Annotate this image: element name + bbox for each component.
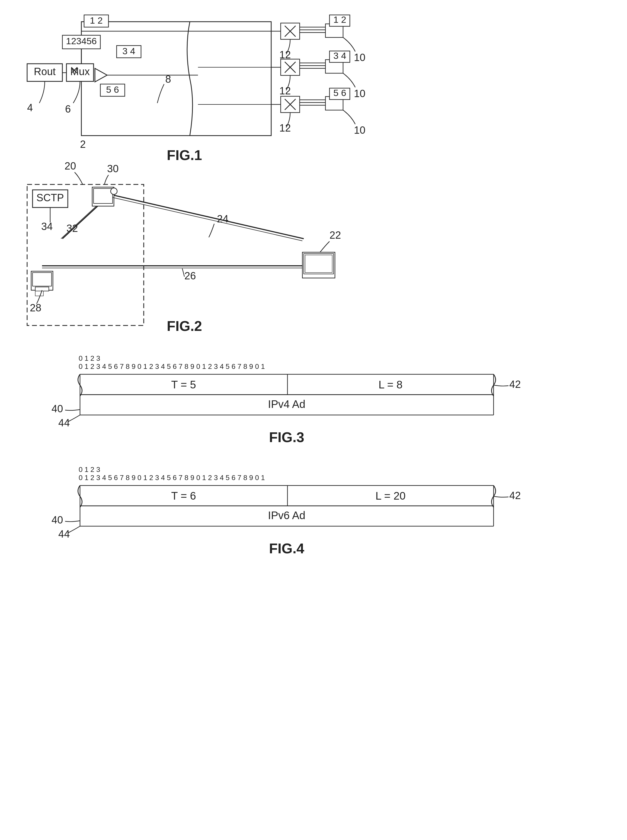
fig3-l8: L = 8 (378, 379, 403, 391)
label-34: 3 4 (122, 46, 135, 56)
fig4-scale-major: 0 1 2 3 (79, 465, 100, 474)
fig1-label: FIG.1 (167, 147, 202, 163)
ref-12b: 12 (279, 85, 291, 96)
ref-10c: 10 (354, 125, 365, 136)
ref-4: 4 (27, 102, 33, 113)
ref-28: 28 (30, 302, 41, 314)
fig3-ipv4: IPv4 Ad (268, 398, 306, 410)
fig4-ref42: 42 (509, 490, 521, 501)
svg-rect-54 (35, 291, 43, 296)
ref-12c: 12 (279, 122, 291, 134)
svg-point-48 (111, 188, 117, 194)
svg-line-56 (113, 197, 302, 241)
rout-label: Rout (34, 66, 56, 77)
fig3-t5: T = 5 (171, 379, 196, 391)
fig3-ref42: 42 (509, 379, 521, 390)
fig3-ref40: 40 (52, 403, 63, 414)
label-12-top: 1 2 (90, 15, 102, 25)
label-123456: 123456 (66, 36, 96, 46)
ref-12a: 12 (279, 49, 291, 60)
svg-line-55 (114, 195, 304, 239)
svg-rect-61 (305, 255, 332, 273)
ref-10b: 10 (354, 88, 365, 99)
svg-rect-0 (81, 22, 271, 136)
fig3-ref44: 44 (58, 417, 70, 429)
fig4-ref44: 44 (58, 528, 70, 540)
ref-30: 30 (107, 163, 118, 174)
fig4-scale-minor: 0 1 2 3 4 5 6 7 8 9 0 1 2 3 4 5 6 7 8 9 … (79, 474, 265, 482)
ref-34: 34 (41, 221, 53, 232)
ref-10a: 10 (354, 52, 365, 63)
label-12-right: 1 2 (333, 14, 346, 25)
label-56-right: 5 6 (333, 88, 346, 98)
ref-24: 24 (217, 213, 228, 225)
fig4-l20: L = 20 (376, 490, 406, 502)
label-56: 5 6 (106, 84, 119, 95)
ref-26: 26 (184, 270, 196, 282)
ref-2: 2 (80, 139, 86, 150)
fig4-ipv6: IPv6 Ad (268, 509, 306, 521)
label-34-right: 3 4 (333, 50, 346, 61)
ref-20: 20 (65, 160, 76, 172)
fig3-scale-minor: 0 1 2 3 4 5 6 7 8 9 0 1 2 3 4 5 6 7 8 9 … (79, 362, 265, 370)
fig3-scale-major: 0 1 2 3 (79, 354, 100, 362)
fig4-label: FIG.4 (269, 541, 304, 556)
page: 1 2 3 4 5 6 8 Rout Mux 123456 4 6 2 (0, 0, 627, 840)
sctp-label: SCTP (36, 192, 64, 203)
svg-rect-47 (94, 189, 113, 203)
ref-6: 6 (65, 103, 71, 115)
fig2-label: FIG.2 (167, 318, 202, 334)
ref-22: 22 (329, 230, 341, 241)
fig4-ref40: 40 (52, 514, 63, 526)
ref-32: 32 (66, 223, 78, 234)
svg-rect-52 (33, 273, 52, 286)
fig3-label: FIG.3 (269, 429, 304, 445)
fig4-t6: T = 6 (171, 490, 196, 502)
